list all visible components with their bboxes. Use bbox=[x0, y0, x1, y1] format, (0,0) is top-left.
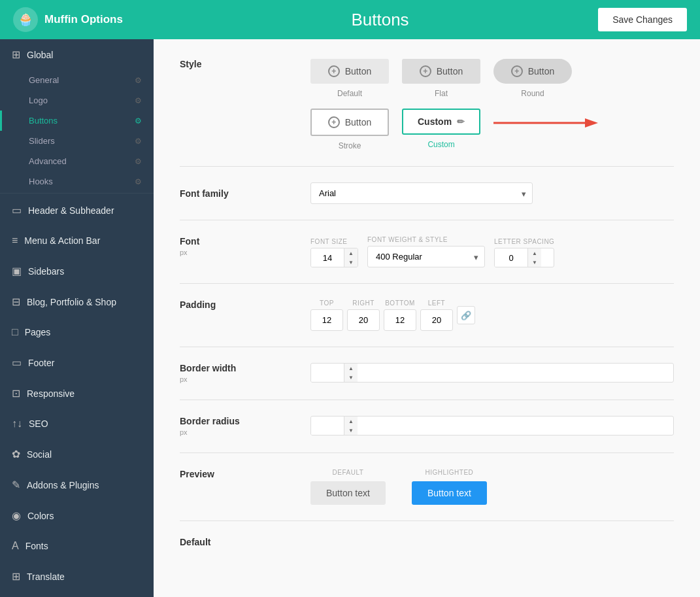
font-family-select[interactable]: Arial Helvetica Georgia Times New Roman … bbox=[310, 182, 533, 204]
sidebar-section-addons-plugins[interactable]: ✎ Addons & Plugins bbox=[0, 469, 154, 500]
sidebar-section-translate[interactable]: ⊞ Translate bbox=[0, 561, 154, 592]
border-radius-label: Border radius px bbox=[180, 416, 310, 437]
style-options-row2: + Button Stroke Custom ✏ Custom bbox=[310, 109, 674, 150]
gear-icon-buttons: ⚙ bbox=[135, 116, 142, 126]
letter-spacing-spinner: ▲ ▼ bbox=[527, 248, 541, 267]
sidebar: ⊞ Global General ⚙ Logo ⚙ Buttons ⚙ Slid… bbox=[0, 39, 154, 597]
grid-icon: ⊞ bbox=[12, 48, 20, 61]
font-size-col: FONT SIZE ▲ ▼ bbox=[310, 238, 358, 267]
letter-spacing-col: LETTER SPACING ▲ ▼ bbox=[494, 238, 554, 267]
preview-default-col: DEFAULT Button text bbox=[310, 469, 386, 505]
preview-content: DEFAULT Button text HIGHLIGHTED Button t… bbox=[310, 469, 674, 505]
padding-left-input[interactable] bbox=[420, 309, 453, 331]
font-size-input[interactable] bbox=[311, 249, 344, 267]
border-radius-input[interactable] bbox=[311, 417, 344, 435]
sidebar-section-fonts[interactable]: A Fonts bbox=[0, 531, 154, 561]
font-row: Font px FONT SIZE ▲ ▼ bbox=[180, 236, 674, 267]
sidebar-section-colors[interactable]: ◉ Colors bbox=[0, 500, 154, 531]
preview-highlighted-button[interactable]: Button text bbox=[412, 481, 487, 505]
sidebar-section-blog-portfolio-shop[interactable]: ⊟ Blog, Portfolio & Shop bbox=[0, 286, 154, 317]
style-label-round: Round bbox=[521, 89, 544, 98]
font-size-down[interactable]: ▼ bbox=[344, 258, 358, 267]
border-width-row: Border width px ▲ ▼ bbox=[180, 363, 674, 384]
sidebar-item-logo[interactable]: Logo ⚙ bbox=[0, 90, 154, 111]
pages-icon: □ bbox=[12, 326, 18, 338]
sidebar-item-sliders[interactable]: Sliders ⚙ bbox=[0, 131, 154, 151]
sidebar-item-advanced[interactable]: Advanced ⚙ bbox=[0, 151, 154, 171]
letter-spacing-input[interactable] bbox=[495, 249, 527, 267]
style-option-default: + Button Default bbox=[310, 59, 389, 98]
sidebar-section-footer[interactable]: ▭ Footer bbox=[0, 347, 154, 378]
style-button-flat[interactable]: + Button bbox=[402, 59, 480, 84]
social-icon: ✿ bbox=[12, 448, 20, 460]
plus-circle-stroke: + bbox=[328, 116, 340, 128]
border-width-input[interactable] bbox=[311, 364, 344, 382]
border-width-label: Border width px bbox=[180, 363, 310, 384]
divider-preview-default bbox=[180, 520, 674, 521]
padding-right-input[interactable] bbox=[347, 309, 380, 331]
style-button-custom[interactable]: Custom ✏ bbox=[402, 109, 480, 135]
save-changes-button[interactable]: Save Changes bbox=[598, 8, 687, 31]
preview-default-button[interactable]: Button text bbox=[310, 481, 386, 505]
style-button-round[interactable]: + Button bbox=[493, 59, 572, 84]
border-width-down[interactable]: ▼ bbox=[344, 373, 358, 382]
sidebar-item-general[interactable]: General ⚙ bbox=[0, 70, 154, 90]
style-option-round: + Button Round bbox=[493, 59, 572, 98]
preview-buttons-row: DEFAULT Button text HIGHLIGHTED Button t… bbox=[310, 469, 674, 505]
border-radius-down[interactable]: ▼ bbox=[344, 426, 358, 435]
default-label: Default bbox=[180, 537, 310, 547]
style-button-default[interactable]: + Button bbox=[310, 59, 389, 84]
responsive-icon: ⊡ bbox=[12, 387, 20, 400]
border-radius-row: Border radius px ▲ ▼ bbox=[180, 416, 674, 437]
sidebar-section-menu-action-bar[interactable]: ≡ Menu & Action Bar bbox=[0, 226, 154, 256]
divider-font-family-font bbox=[180, 220, 674, 220]
sidebar-section-pages[interactable]: □ Pages bbox=[0, 317, 154, 347]
border-radius-up[interactable]: ▲ bbox=[344, 417, 358, 426]
font-weight-select[interactable]: 400 Regular 700 Bold 300 Light bbox=[367, 246, 485, 267]
font-size-up[interactable]: ▲ bbox=[344, 248, 358, 258]
letter-spacing-down[interactable]: ▼ bbox=[528, 258, 541, 267]
letter-spacing-up[interactable]: ▲ bbox=[528, 248, 541, 258]
default-section: Default bbox=[180, 537, 674, 547]
gear-icon-sliders: ⚙ bbox=[135, 137, 142, 146]
style-options: + Button Default + Button Flat bbox=[310, 59, 674, 150]
font-label: Font px bbox=[180, 236, 310, 257]
sidebar-section-sidebars[interactable]: ▣ Sidebars bbox=[0, 256, 154, 286]
app-branding: 🧁 Muffin Options bbox=[13, 7, 123, 32]
plus-circle-default: + bbox=[328, 65, 340, 77]
sidebar-section-global[interactable]: ⊞ Global bbox=[0, 39, 154, 70]
content-area: Style + Button Default + bbox=[154, 39, 700, 597]
style-option-flat: + Button Flat bbox=[402, 59, 480, 98]
sidebar-section-responsive[interactable]: ⊡ Responsive bbox=[0, 378, 154, 409]
sidebars-icon: ▣ bbox=[12, 265, 22, 277]
footer-icon: ▭ bbox=[12, 356, 22, 369]
main-layout: ⊞ Global General ⚙ Logo ⚙ Buttons ⚙ Slid… bbox=[0, 39, 700, 597]
gear-icon-logo: ⚙ bbox=[135, 96, 142, 105]
font-content: FONT SIZE ▲ ▼ FONT WEIGHT & STYLE bbox=[310, 236, 674, 267]
padding-top-input[interactable] bbox=[310, 309, 343, 331]
seo-icon: ↑↓ bbox=[12, 418, 22, 430]
padding-link-icon[interactable]: 🔗 bbox=[457, 306, 475, 324]
border-radius-content: ▲ ▼ bbox=[310, 416, 674, 435]
padding-right-col: RIGHT bbox=[347, 299, 380, 331]
sidebar-item-hooks[interactable]: Hooks ⚙ bbox=[0, 171, 154, 192]
padding-bottom-input[interactable] bbox=[384, 309, 416, 331]
font-family-label: Font family bbox=[180, 188, 310, 199]
style-label-flat: Flat bbox=[435, 89, 448, 98]
gear-icon-hooks: ⚙ bbox=[135, 177, 142, 186]
divider-1 bbox=[0, 193, 154, 194]
border-width-up[interactable]: ▲ bbox=[344, 364, 358, 373]
sidebar-section-seo[interactable]: ↑↓ SEO bbox=[0, 409, 154, 439]
style-label-custom: Custom bbox=[427, 140, 454, 149]
sidebar-section-social[interactable]: ✿ Social bbox=[0, 439, 154, 469]
font-family-content: Arial Helvetica Georgia Times New Roman … bbox=[310, 182, 674, 204]
style-option-stroke: + Button Stroke bbox=[310, 109, 389, 150]
padding-left-col: LEFT bbox=[420, 299, 453, 331]
sidebar-item-buttons[interactable]: Buttons ⚙ bbox=[0, 111, 154, 131]
style-label-default: Default bbox=[337, 89, 362, 98]
sidebar-section-header-subheader[interactable]: ▭ Header & Subheader bbox=[0, 195, 154, 226]
edit-icon: ✏ bbox=[457, 116, 465, 127]
style-button-stroke[interactable]: + Button bbox=[310, 109, 389, 136]
preview-label: Preview bbox=[180, 469, 310, 479]
divider-radius-preview bbox=[180, 452, 674, 453]
